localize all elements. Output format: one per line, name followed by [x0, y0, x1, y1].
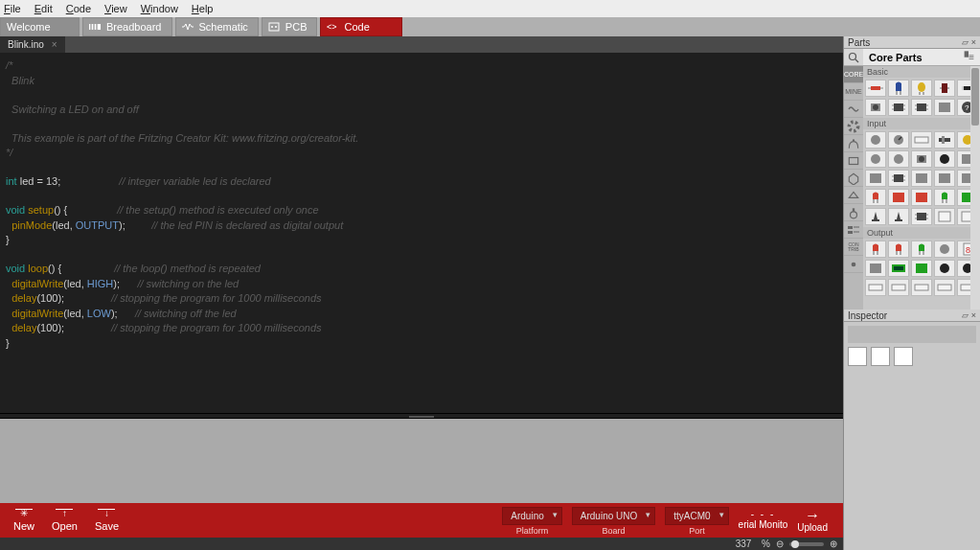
- part-resistor[interactable]: [865, 80, 886, 97]
- undock-inspector-icon[interactable]: ▱: [962, 310, 969, 320]
- part-lcd[interactable]: [888, 260, 909, 277]
- breadboard-label: Breadboard: [106, 21, 162, 33]
- bin-8[interactable]: [844, 170, 863, 187]
- svg-point-5: [271, 26, 273, 28]
- part-redBoard[interactable]: [911, 189, 932, 206]
- save-button[interactable]: ↓ Save: [95, 509, 119, 532]
- new-button[interactable]: ✳ New: [13, 509, 34, 532]
- part-round[interactable]: [865, 131, 886, 149]
- svg-rect-15: [853, 208, 855, 212]
- close-panel-icon[interactable]: ×: [971, 37, 976, 47]
- platform-select[interactable]: Arduino: [502, 507, 561, 525]
- part-stand[interactable]: [888, 208, 909, 225]
- bin-5[interactable]: [844, 118, 863, 135]
- part-ind[interactable]: [934, 80, 955, 97]
- bin-7[interactable]: [844, 152, 863, 170]
- part-led[interactable]: [888, 241, 909, 258]
- tab-label: Blink.ino: [8, 39, 44, 50]
- part-round[interactable]: [888, 150, 909, 168]
- zoom-in-icon[interactable]: ⊕: [830, 539, 837, 549]
- part-chip[interactable]: [911, 99, 932, 116]
- menu-window[interactable]: Window: [141, 3, 178, 14]
- svg-rect-100: [894, 266, 903, 270]
- part-slide[interactable]: [934, 131, 955, 149]
- inspector-title: Inspector: [848, 310, 887, 321]
- bin-9[interactable]: [844, 187, 863, 204]
- tab-blink[interactable]: Blink.ino ×: [0, 36, 65, 53]
- port-select[interactable]: ttyACM0: [665, 507, 728, 525]
- code-editor[interactable]: /* Blink Switching a LED on and off This…: [0, 53, 843, 413]
- board-select[interactable]: Arduino UNO: [572, 507, 655, 525]
- inspector-name-field[interactable]: [848, 326, 976, 343]
- part-pcb[interactable]: [911, 260, 932, 277]
- welcome-button[interactable]: Welcome: [0, 17, 80, 36]
- part-led[interactable]: [865, 189, 886, 206]
- menu-file[interactable]: File: [4, 3, 21, 14]
- part-bar[interactable]: [911, 131, 932, 149]
- part-grayBox[interactable]: [934, 170, 955, 187]
- part-grayBox[interactable]: [865, 170, 886, 187]
- part-round[interactable]: [865, 150, 886, 168]
- part-bar[interactable]: [911, 279, 932, 296]
- part-chip[interactable]: [911, 208, 932, 225]
- open-button[interactable]: ↑ Open: [52, 509, 78, 532]
- parts-scrollbar[interactable]: [970, 66, 980, 309]
- core-bin[interactable]: CORE: [844, 66, 863, 83]
- inspector-swatch-1[interactable]: [848, 347, 867, 366]
- bin-13[interactable]: [844, 256, 863, 273]
- upload-button[interactable]: → Upload: [797, 509, 828, 533]
- mine-bin[interactable]: MINE: [844, 83, 863, 101]
- menu-help[interactable]: Help: [192, 3, 214, 14]
- editor-tabbar: Blink.ino ×: [0, 36, 843, 53]
- inspector-swatch-3[interactable]: [894, 347, 913, 366]
- schematic-button[interactable]: Schematic: [175, 17, 259, 36]
- split-handle[interactable]: [0, 413, 843, 419]
- bin-menu-icon[interactable]: ▝≡: [961, 52, 974, 62]
- part-button[interactable]: [911, 150, 932, 168]
- bin-11[interactable]: [844, 221, 863, 239]
- bin-6[interactable]: [844, 135, 863, 152]
- arduino-bin[interactable]: [844, 101, 863, 118]
- breadboard-button[interactable]: Breadboard: [82, 17, 172, 36]
- part-led[interactable]: [865, 241, 886, 258]
- bin-10[interactable]: [844, 204, 863, 221]
- part-cap[interactable]: [888, 80, 909, 97]
- svg-rect-29: [942, 83, 947, 93]
- part-grayBox[interactable]: [865, 260, 886, 277]
- svg-text:<>: <>: [327, 22, 337, 32]
- section-input: Input: [863, 118, 980, 129]
- part-pot[interactable]: [888, 131, 909, 149]
- part-round[interactable]: [934, 241, 955, 258]
- zoom-slider[interactable]: [789, 542, 824, 546]
- contrib-bin[interactable]: CONTRIB: [844, 239, 863, 256]
- part-capY[interactable]: [911, 80, 932, 97]
- inspector-swatch-2[interactable]: [871, 347, 890, 366]
- search-bin-icon[interactable]: [844, 49, 863, 66]
- part-bar[interactable]: [865, 279, 886, 296]
- part-bar[interactable]: [934, 279, 955, 296]
- menu-view[interactable]: View: [104, 3, 127, 14]
- zoom-out-icon[interactable]: ⊖: [776, 539, 784, 549]
- part-ledG[interactable]: [934, 189, 955, 206]
- part-bar[interactable]: [888, 279, 909, 296]
- undock-icon[interactable]: ▱: [962, 37, 969, 47]
- part-chip[interactable]: [888, 170, 909, 187]
- code-button[interactable]: <> Code: [320, 17, 402, 36]
- serial-monitor-button[interactable]: - - - erial Monito: [739, 509, 788, 530]
- part-stand[interactable]: [865, 208, 886, 225]
- part-grayBox[interactable]: [911, 170, 932, 187]
- menu-edit[interactable]: Edit: [34, 3, 53, 14]
- close-icon[interactable]: ×: [52, 39, 57, 50]
- part-redBoard[interactable]: [888, 189, 909, 206]
- part-chip[interactable]: [888, 99, 909, 116]
- part-button[interactable]: [865, 99, 886, 116]
- pcb-button[interactable]: PCB: [262, 17, 318, 36]
- part-ledG[interactable]: [911, 241, 932, 258]
- close-inspector-icon[interactable]: ×: [971, 310, 976, 320]
- part-whiteBox[interactable]: [934, 208, 955, 225]
- part-blackCirc[interactable]: [934, 150, 955, 168]
- svg-rect-79: [872, 219, 879, 221]
- part-blackCirc[interactable]: [934, 260, 955, 277]
- menu-code[interactable]: Code: [66, 3, 91, 14]
- part-grayBox[interactable]: [934, 99, 955, 116]
